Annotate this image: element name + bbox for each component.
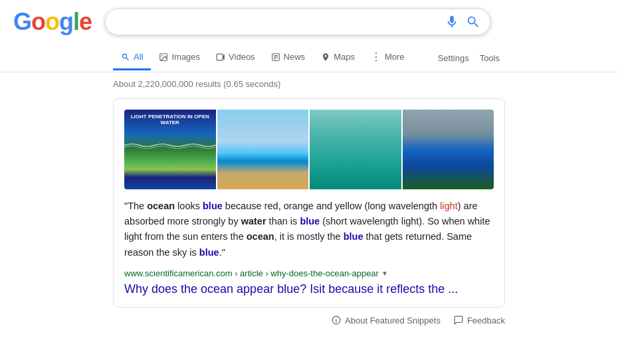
featured-snippet-card: LIGHT PENETRATION IN OPEN WATER "The oce… [113, 98, 505, 308]
bottom-bar: About Featured Snippets Feedback [0, 310, 618, 331]
tools-link[interactable]: Tools [474, 46, 505, 70]
settings-link[interactable]: Settings [433, 46, 474, 70]
tab-videos[interactable]: Videos [208, 45, 263, 70]
search-input[interactable]: why is the ocean blue [115, 16, 439, 28]
nav-tabs: All Images Videos News Maps ⋮ More Setti… [0, 40, 618, 72]
source-dropdown-icon[interactable]: ▼ [381, 270, 388, 277]
tab-more[interactable]: ⋮ More [363, 44, 413, 72]
snippet-image-4[interactable] [403, 110, 494, 189]
img-label: LIGHT PENETRATION IN OPEN WATER [127, 114, 213, 126]
feedback-link[interactable]: Feedback [454, 316, 505, 325]
info-icon [332, 316, 341, 325]
videos-tab-icon [216, 52, 225, 62]
snippet-image-1[interactable]: LIGHT PENETRATION IN OPEN WATER [124, 110, 216, 189]
snippet-link[interactable]: Why does the ocean appear blue? Isit bec… [124, 282, 458, 296]
wave-graphic [124, 140, 216, 150]
snippet-source-url[interactable]: www.scientificamerican.com › article › w… [124, 268, 494, 278]
svg-marker-3 [222, 54, 225, 60]
snippet-text: "The ocean looks blue because red, orang… [124, 199, 494, 260]
images-tab-icon [159, 52, 168, 62]
news-tab-icon [271, 52, 280, 62]
snippet-images-row[interactable]: LIGHT PENETRATION IN OPEN WATER [124, 110, 494, 189]
results-count: About 2,220,000,000 results (0.65 second… [0, 72, 618, 96]
feedback-icon [454, 316, 463, 325]
snippet-image-2[interactable] [217, 110, 309, 189]
search-icon[interactable] [466, 15, 480, 29]
mic-icon[interactable] [445, 15, 459, 29]
header: Google why is the ocean blue [0, 0, 618, 36]
maps-tab-icon [321, 52, 330, 62]
tab-maps[interactable]: Maps [313, 45, 363, 70]
about-featured-snippets-link[interactable]: About Featured Snippets [332, 316, 441, 325]
svg-point-10 [336, 318, 336, 319]
svg-rect-2 [217, 54, 223, 60]
tab-all[interactable]: All [113, 45, 151, 70]
snippet-image-3[interactable] [310, 110, 401, 189]
google-logo[interactable]: Google [13, 8, 92, 36]
tab-images[interactable]: Images [151, 45, 208, 70]
svg-point-1 [162, 55, 163, 56]
search-tab-icon [121, 52, 130, 62]
search-bar[interactable]: why is the ocean blue [105, 9, 490, 35]
tab-news[interactable]: News [263, 45, 314, 70]
